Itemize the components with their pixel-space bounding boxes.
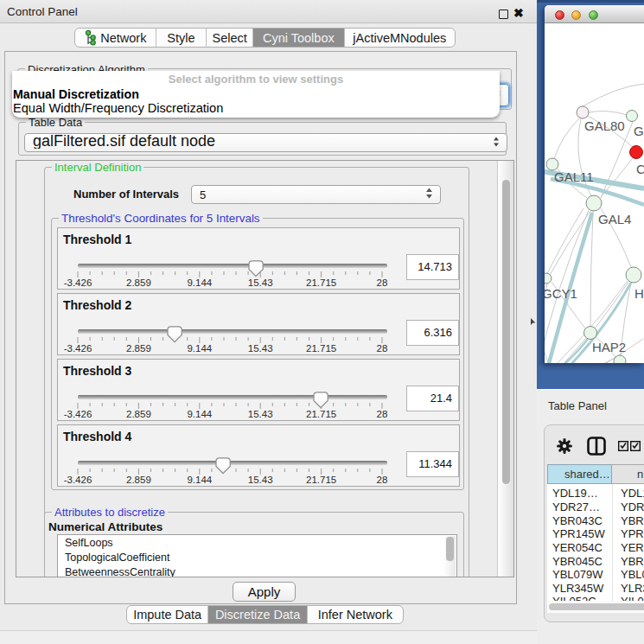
svg-text:GAL4: GAL4	[598, 212, 631, 226]
svg-text:GAL80: GAL80	[584, 118, 625, 133]
svg-text:GA: GA	[634, 124, 644, 138]
svg-text:HE: HE	[634, 286, 644, 301]
svg-text:GAL11: GAL11	[554, 169, 594, 184]
svg-text:HAP2: HAP2	[592, 340, 626, 354]
svg-text:CY: CY	[636, 162, 644, 176]
svg-text:GCY1: GCY1	[545, 286, 577, 301]
